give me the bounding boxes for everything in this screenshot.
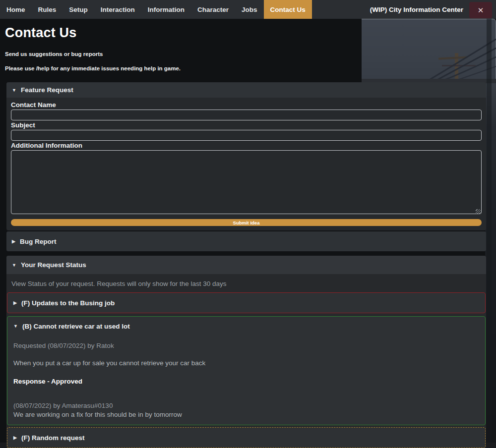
- chevron-down-icon: ▼: [13, 324, 18, 329]
- subject-input[interactable]: [11, 130, 482, 141]
- request-item-header[interactable]: ▼ (B) Cannot retrieve car at used lot: [7, 317, 485, 336]
- request-status-title: Your Request Status: [21, 261, 86, 269]
- additional-information-textarea[interactable]: [11, 150, 482, 214]
- chevron-right-icon: ▶: [13, 300, 17, 305]
- chevron-down-icon: ▼: [12, 263, 16, 268]
- nav-tab-setup[interactable]: Setup: [62, 0, 94, 19]
- nav-tab-rules[interactable]: Rules: [32, 0, 63, 19]
- feature-request-header[interactable]: ▼ Feature Request: [6, 82, 486, 98]
- top-navbar: Home Rules Setup Interaction Information…: [0, 0, 496, 19]
- nav-tab-jobs[interactable]: Jobs: [235, 0, 264, 19]
- request-response-meta: (08/07/2022) by Amaterasu#0130: [13, 402, 478, 409]
- contact-name-label: Contact Name: [11, 101, 482, 109]
- chevron-right-icon: ▶: [13, 435, 17, 440]
- page-subtitle-2: Please use /help for any immediate issue…: [5, 65, 496, 71]
- contact-page: Contact Us Send us suggestions or bug re…: [0, 19, 496, 448]
- request-item-header[interactable]: ▶ (F) Random request: [7, 428, 485, 448]
- request-body-text: When you put a car up for sale you canno…: [13, 359, 478, 367]
- request-requested-line: Requested (08/07/2022) by Ratok: [13, 342, 478, 349]
- close-icon[interactable]: ✕: [469, 2, 492, 18]
- feature-request-card: ▼ Feature Request Contact Name Subject A…: [6, 82, 486, 230]
- request-item-busing-job: ▶ (F) Updates to the Busing job: [7, 292, 486, 313]
- nav-tabs: Home Rules Setup Interaction Information…: [0, 0, 312, 19]
- resize-handle[interactable]: [476, 209, 481, 214]
- bug-report-header[interactable]: ▶ Bug Report: [6, 231, 486, 251]
- nav-tab-character[interactable]: Character: [191, 0, 235, 19]
- additional-information-label: Additional Information: [11, 142, 482, 149]
- request-status-header[interactable]: ▼ Your Request Status: [6, 256, 486, 274]
- request-status-card: ▼ Your Request Status View Status of you…: [6, 256, 486, 448]
- request-item-title: (F) Updates to the Busing job: [21, 299, 115, 307]
- nav-tab-information[interactable]: Information: [141, 0, 191, 19]
- request-item-random-request: ▶ (F) Random request: [7, 427, 486, 448]
- request-response-title: Response - Approved: [13, 378, 478, 385]
- request-item-used-lot: ▼ (B) Cannot retrieve car at used lot Re…: [7, 316, 486, 425]
- request-item-title: (F) Random request: [21, 434, 85, 442]
- request-item-header[interactable]: ▶ (F) Updates to the Busing job: [7, 293, 485, 313]
- page-subtitle-1: Send us suggestions or bug reports: [5, 51, 496, 57]
- window-title: (WIP) City Information Center: [370, 6, 463, 13]
- request-response-body: We are working on a fix for this should …: [13, 411, 478, 418]
- subject-label: Subject: [11, 121, 482, 129]
- nav-tab-contact-us[interactable]: Contact Us: [264, 0, 312, 19]
- page-title: Contact Us: [5, 25, 496, 41]
- bug-report-title: Bug Report: [20, 238, 57, 245]
- bug-report-card: ▶ Bug Report: [6, 231, 486, 251]
- request-item-title: (B) Cannot retrieve car at used lot: [22, 323, 130, 330]
- feature-request-title: Feature Request: [21, 86, 73, 94]
- chevron-down-icon: ▼: [12, 88, 16, 93]
- nav-tab-interaction[interactable]: Interaction: [94, 0, 141, 19]
- scrollbar[interactable]: [487, 19, 492, 448]
- contact-name-input[interactable]: [11, 110, 482, 120]
- chevron-right-icon: ▶: [12, 239, 15, 244]
- nav-tab-home[interactable]: Home: [0, 0, 32, 19]
- request-status-description: View Status of your request. Requests wi…: [11, 280, 486, 287]
- submit-idea-button[interactable]: Submit Idea: [11, 219, 482, 226]
